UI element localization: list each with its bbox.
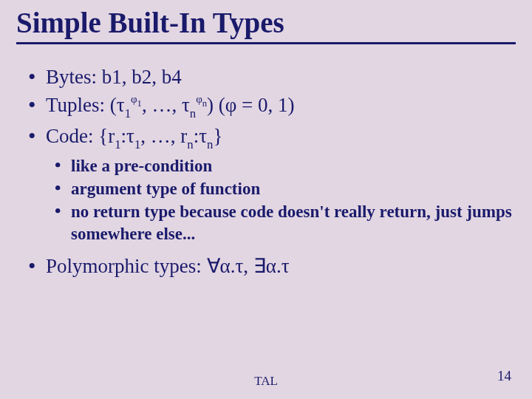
exists-sym: ∃: [253, 255, 266, 277]
main-bullet-list-2: Polymorphic types: ∀α.τ, ∃α.τ: [25, 253, 516, 279]
phi-sup-n: φn: [196, 93, 207, 105]
forall-sym: ∀: [207, 255, 220, 277]
tau-sub-1: 1: [134, 137, 140, 151]
page-number: 14: [497, 368, 511, 384]
main-bullet-list: Bytes: b1, b2, b4 Tuples: (τ1φ1, …, τnφn…: [25, 64, 516, 152]
tau-p2: τ: [282, 255, 290, 277]
bullet-tuples: Tuples: (τ1φ1, …, τnφn) (φ = 0, 1): [25, 92, 516, 121]
tuples-close: ): [207, 94, 219, 116]
r-sub-1: 1: [115, 137, 120, 151]
tau-code-n: τ: [199, 125, 207, 147]
r-sub-n: n: [187, 137, 193, 151]
poly-mid: ,: [243, 255, 253, 277]
sub-1: 1: [125, 106, 131, 120]
tau-sym-n: τ: [182, 94, 190, 116]
sub-bullet-argtype: argument type of function: [55, 178, 516, 200]
code-mid: , …, r: [140, 125, 187, 147]
bullet-bytes: Bytes: b1, b2, b4: [25, 64, 516, 90]
sub-bullet-list: like a pre-condition argument type of fu…: [25, 155, 516, 245]
alpha-1: α: [220, 255, 231, 277]
sub-n: n: [190, 106, 196, 120]
sub-bullet-noreturn: no return type because code doesn't real…: [55, 201, 516, 245]
tau-code-1: τ: [126, 125, 134, 147]
dot-2: .: [276, 255, 282, 277]
title-underline: [16, 42, 516, 44]
tuples-mid: , …,: [142, 94, 182, 116]
tau-p1: τ: [235, 255, 243, 277]
tau-sym: τ: [117, 94, 125, 116]
bullet-polymorphic: Polymorphic types: ∀α.τ, ∃α.τ: [25, 253, 516, 279]
sub-bullet-precond: like a pre-condition: [55, 155, 516, 177]
alpha-2: α: [266, 255, 276, 277]
slide-content: Bytes: b1, b2, b4 Tuples: (τ1φ1, …, τnφn…: [16, 64, 516, 279]
code-close: }: [213, 125, 222, 147]
bytes-text: Bytes: b1, b2, b4: [46, 66, 182, 88]
phi-eq: (φ = 0, 1): [219, 94, 295, 116]
colon-1: :: [121, 125, 127, 147]
phi-sup: φ1: [131, 93, 142, 105]
slide-title: Simple Built-In Types: [16, 6, 516, 41]
footer-label: TAL: [0, 374, 532, 389]
tau-sub-n: n: [207, 137, 213, 151]
code-prefix: Code: {r: [46, 125, 115, 147]
poly-prefix: Polymorphic types:: [46, 255, 207, 277]
bullet-code: Code: {r1:τ1, …, rn:τn}: [25, 123, 516, 152]
slide-root: Simple Built-In Types Bytes: b1, b2, b4 …: [0, 0, 532, 399]
tuples-prefix: Tuples: (: [46, 94, 117, 116]
